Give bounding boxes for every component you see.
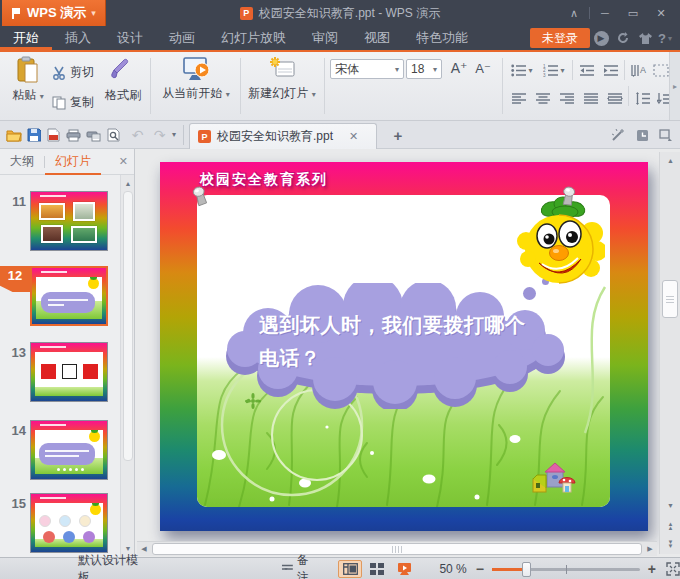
copy-button[interactable]: 复制 <box>52 94 94 111</box>
increase-indent-button[interactable] <box>600 60 622 80</box>
line-spacing-button[interactable] <box>632 88 654 108</box>
login-button[interactable]: 未登录 <box>530 28 590 48</box>
slide-thumbnail-item-14[interactable]: 14 <box>0 420 110 482</box>
horizontal-scrollbar[interactable]: ◀ ▶ <box>137 541 657 556</box>
speech-cloud[interactable]: 遇到坏人时，我们要拨打哪个电话？ <box>223 283 568 409</box>
print-preview-button[interactable] <box>84 126 103 144</box>
slide-number: 11 <box>0 194 26 209</box>
sidebar-scrollbar-thumb[interactable] <box>123 191 133 461</box>
zoom-slider-thumb[interactable] <box>522 562 531 577</box>
text-direction-button[interactable]: A <box>628 60 650 80</box>
slide-thumbnail[interactable] <box>30 191 108 251</box>
align-center-button[interactable] <box>532 88 554 108</box>
fit-to-window-button[interactable] <box>666 562 680 576</box>
decrease-indent-button[interactable] <box>576 60 598 80</box>
scroll-up-icon[interactable]: ▲ <box>121 177 135 190</box>
maximize-button[interactable]: ▭ <box>620 2 646 24</box>
slide-series-title[interactable]: 校园安全教育系列 <box>200 171 328 189</box>
layout-dropdown-icon[interactable] <box>656 126 676 144</box>
svg-text:A: A <box>640 65 646 75</box>
play-from-current-button[interactable]: 从当前开始 ▾ <box>154 56 238 102</box>
document-tab-active[interactable]: P 校园安全知识教育.ppt ✕ <box>189 123 377 149</box>
play-circle-icon[interactable]: ▶ <box>590 28 612 48</box>
slide-thumbnail-item-12[interactable]: 12 <box>0 266 110 328</box>
close-button[interactable]: ✕ <box>648 2 674 24</box>
history-panel-icon[interactable] <box>632 126 652 144</box>
zoom-slider[interactable] <box>492 561 640 577</box>
minimize-button[interactable]: ─ <box>592 2 618 24</box>
font-name-select[interactable]: 宋体 ▾ <box>330 59 404 79</box>
help-button[interactable]: ?▾ <box>658 31 672 46</box>
tab-view[interactable]: 视图 <box>351 26 403 50</box>
slide-thumbnail-item-13[interactable]: 13 <box>0 342 110 404</box>
align-right-button[interactable] <box>556 88 578 108</box>
slide-thumbnail[interactable] <box>30 420 108 480</box>
close-document-icon[interactable]: ✕ <box>349 130 358 143</box>
wps-menu-button[interactable]: WPS 演示 ▾ <box>2 0 106 26</box>
undo-button[interactable]: ↶ <box>128 126 147 144</box>
justify-button[interactable] <box>580 88 602 108</box>
numbered-list-button[interactable]: 123 ▾ <box>540 60 568 80</box>
slide-thumbnail[interactable] <box>30 342 108 402</box>
slide-question-text[interactable]: 遇到坏人时，我们要拨打哪个电话？ <box>259 309 531 375</box>
slide-thumbnail[interactable] <box>30 493 108 553</box>
chevron-down-icon: ▾ <box>395 65 399 74</box>
slide-thumbnail[interactable] <box>30 266 108 326</box>
tab-insert[interactable]: 插入 <box>52 26 104 50</box>
slide-sorter-view-button[interactable] <box>365 560 389 578</box>
tab-slides[interactable]: 幻灯片 <box>45 149 101 175</box>
slideshow-view-button[interactable] <box>392 560 416 578</box>
open-file-button[interactable] <box>4 126 23 144</box>
task-pane-toggle[interactable]: ▸ <box>669 52 680 120</box>
grow-font-button[interactable]: A⁺ <box>448 58 470 78</box>
template-name-label[interactable]: 默认设计模板 <box>78 552 149 579</box>
distribute-button[interactable] <box>604 88 626 108</box>
scroll-down-icon[interactable]: ▼ <box>660 499 680 512</box>
thumb-photo <box>73 202 95 221</box>
horizontal-scrollbar-thumb[interactable] <box>152 543 642 555</box>
find-preview-button[interactable] <box>104 126 123 144</box>
shrink-font-button[interactable]: A⁻ <box>472 58 494 78</box>
zoom-out-button[interactable]: − <box>476 561 484 577</box>
export-pdf-button[interactable] <box>44 126 63 144</box>
slide-editor[interactable]: 校园安全教育系列 <box>160 162 648 531</box>
magic-wand-icon[interactable] <box>608 126 628 144</box>
refresh-icon[interactable] <box>612 28 634 48</box>
notes-button[interactable]: 备注 <box>281 552 320 579</box>
tab-special-features[interactable]: 特色功能 <box>403 26 481 50</box>
paste-button[interactable]: 粘贴 ▾ <box>6 56 50 104</box>
cut-button[interactable]: 剪切 <box>52 64 94 81</box>
align-left-button[interactable] <box>508 88 530 108</box>
slide-thumbnail-item-15[interactable]: 15 <box>0 493 110 555</box>
skin-shirt-icon[interactable] <box>634 28 656 48</box>
sidebar-scrollbar[interactable]: ▲ ▼ <box>120 175 134 557</box>
slide-number: 15 <box>0 496 26 511</box>
tab-design[interactable]: 设计 <box>104 26 156 50</box>
tab-review[interactable]: 审阅 <box>299 26 351 50</box>
save-button[interactable] <box>24 126 43 144</box>
normal-view-button[interactable] <box>338 560 362 578</box>
zoom-value-label[interactable]: 50 % <box>434 562 471 576</box>
tab-home[interactable]: 开始 <box>0 26 52 50</box>
redo-button[interactable]: ↷ <box>150 126 169 144</box>
font-size-select[interactable]: 18 ▾ <box>406 59 442 79</box>
tab-animation[interactable]: 动画 <box>156 26 208 50</box>
format-painter-button[interactable]: 格式刷 <box>100 56 146 104</box>
collapse-window-icon[interactable]: ∧ <box>561 2 587 24</box>
slide-thumbnail-item-11[interactable]: 11 <box>0 191 110 253</box>
vertical-scrollbar[interactable]: ▲ ▼ ▲▲ ▼▼ <box>659 152 680 554</box>
tab-slideshow[interactable]: 幻灯片放映 <box>208 26 299 50</box>
print-button[interactable] <box>64 126 83 144</box>
new-slide-button[interactable]: 新建幻灯片 ▾ <box>244 56 320 102</box>
tab-outline[interactable]: 大纲 <box>0 149 44 175</box>
scroll-right-icon[interactable]: ▶ <box>643 542 657 557</box>
scroll-up-icon[interactable]: ▲ <box>660 154 680 167</box>
next-slide-button[interactable]: ▼▼ <box>660 537 680 550</box>
quick-toolbar-dropdown[interactable]: ▾ <box>172 130 176 139</box>
zoom-in-button[interactable]: + <box>648 561 656 577</box>
bullet-list-button[interactable]: ▾ <box>508 60 536 80</box>
vertical-scrollbar-thumb[interactable] <box>662 280 678 318</box>
previous-slide-button[interactable]: ▲▲ <box>660 519 680 532</box>
new-document-tab-button[interactable]: + <box>388 126 408 144</box>
close-sidebar-icon[interactable]: ✕ <box>119 155 128 168</box>
